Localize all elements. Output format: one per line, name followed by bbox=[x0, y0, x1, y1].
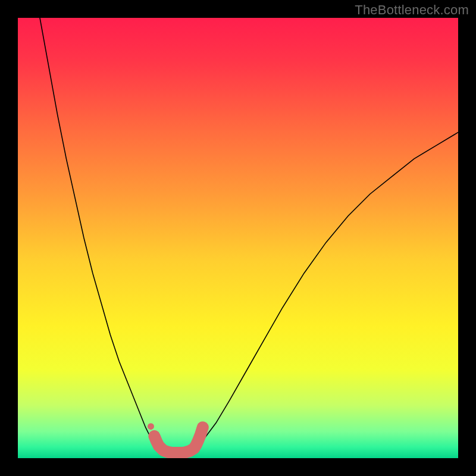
watermark-text: TheBottleneck.com bbox=[355, 2, 469, 18]
series-highlight-band-dot bbox=[148, 423, 154, 430]
chart-frame: TheBottleneck.com bbox=[0, 0, 476, 476]
chart-plot-area bbox=[18, 18, 458, 458]
chart-svg bbox=[18, 18, 458, 458]
